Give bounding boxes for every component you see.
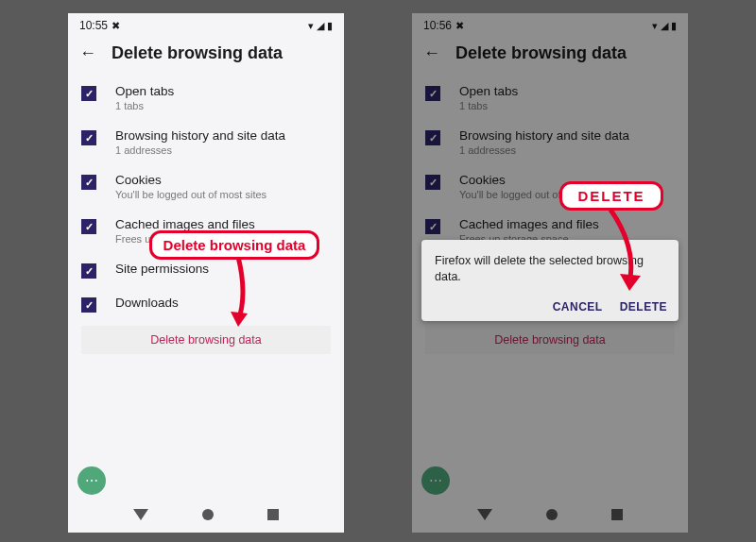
option-label: Site permissions	[115, 262, 209, 276]
option-label: Downloads	[115, 296, 179, 310]
option-sublabel: You'll be logged out of most sites	[115, 189, 266, 200]
wifi-icon: ▾	[308, 21, 314, 31]
checkbox-icon[interactable]: ✓	[81, 219, 96, 234]
back-icon[interactable]: ←	[79, 43, 96, 63]
option-sublabel: 1 tabs	[115, 100, 174, 111]
callout-label: DELETE	[577, 188, 644, 204]
nav-recent-icon[interactable]	[267, 509, 279, 520]
annotation-callout-delete: Delete browsing data	[149, 230, 319, 260]
options-list: ✓ Open tabs 1 tabs ✓ Browsing history an…	[68, 76, 344, 322]
option-label: Cookies	[115, 173, 266, 187]
android-navbar	[68, 500, 344, 529]
nav-back-icon[interactable]	[133, 509, 148, 520]
dialog-message: Firefox will delete the selected browsin…	[435, 253, 667, 285]
option-sublabel: 1 addresses	[115, 144, 285, 156]
status-time: 10:55	[79, 19, 108, 32]
fab-button[interactable]: ⋯	[77, 466, 106, 495]
battery-icon: ▮	[327, 21, 333, 31]
callout-label: Delete browsing data	[163, 237, 306, 253]
confirm-delete-dialog: Firefox will delete the selected browsin…	[421, 240, 679, 321]
delete-browsing-data-button[interactable]: Delete browsing data	[81, 326, 331, 354]
status-bar: 10:55 ✖ ▾ ◢ ▮	[68, 13, 344, 38]
signal-icon: ◢	[317, 21, 324, 31]
option-open-tabs[interactable]: ✓ Open tabs 1 tabs	[81, 76, 331, 121]
checkbox-icon[interactable]: ✓	[81, 263, 96, 279]
option-history[interactable]: ✓ Browsing history and site data 1 addre…	[81, 121, 331, 165]
dots-icon: ⋯	[85, 473, 98, 488]
checkbox-icon[interactable]: ✓	[81, 86, 96, 101]
delete-confirm-button[interactable]: DELETE	[620, 300, 667, 313]
option-label: Cached images and files	[115, 217, 255, 231]
phone-right: 10:56 ✖ ▾ ◢ ▮ ← Delete browsing data ✓ O…	[412, 13, 688, 533]
status-icon: ✖	[112, 21, 120, 31]
checkbox-icon[interactable]: ✓	[81, 175, 96, 190]
option-downloads[interactable]: ✓ Downloads	[81, 288, 331, 322]
option-cookies[interactable]: ✓ Cookies You'll be logged out of most s…	[81, 165, 331, 210]
delete-button-label: Delete browsing data	[150, 333, 261, 347]
annotation-callout-delete-confirm: DELETE	[559, 181, 663, 211]
cancel-button[interactable]: CANCEL	[553, 300, 603, 313]
checkbox-icon[interactable]: ✓	[81, 297, 96, 313]
phone-left: 10:55 ✖ ▾ ◢ ▮ ← Delete browsing data ✓ O…	[68, 13, 344, 533]
option-label: Browsing history and site data	[115, 128, 285, 143]
option-label: Open tabs	[115, 84, 174, 98]
checkbox-icon[interactable]: ✓	[81, 130, 96, 145]
page-title: Delete browsing data	[112, 43, 283, 63]
nav-home-icon[interactable]	[202, 509, 214, 520]
